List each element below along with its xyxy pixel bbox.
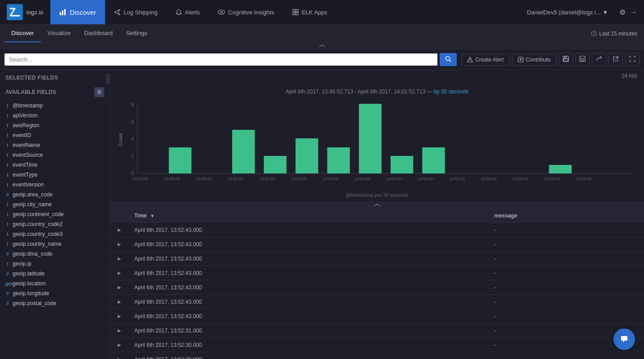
fullscreen-button[interactable] — [625, 53, 640, 66]
hits-count: 24 hits — [622, 73, 637, 79]
available-fields-header: Available Fields — [0, 84, 110, 101]
sidebar-field-item[interactable]: #geoip.postal_code — [0, 298, 110, 308]
bell-icon — [176, 9, 182, 15]
expand-row-button[interactable]: ▶ — [115, 270, 124, 276]
sidebar-collapse-button[interactable]: ◀ — [106, 75, 110, 84]
tab-settings[interactable]: Settings — [119, 25, 154, 42]
svg-text:13:49:00: 13:49:00 — [196, 177, 212, 181]
svg-text:13:54:00: 13:54:00 — [354, 177, 370, 181]
chat-icon — [619, 334, 629, 344]
table-cell-expand: ▶ — [110, 223, 129, 237]
expand-row-button[interactable]: ▶ — [115, 341, 124, 348]
sidebar-field-item[interactable]: tgeoip.country_name — [0, 239, 110, 249]
table-cell-message: - — [489, 352, 644, 359]
svg-rect-9 — [296, 13, 298, 15]
create-alert-button[interactable]: Create Alert — [461, 54, 509, 66]
sidebar-field-item[interactable]: #geoip.dma_code — [0, 249, 110, 259]
sidebar-field-item[interactable]: tapiVersion — [0, 111, 110, 120]
clock-icon — [591, 31, 597, 36]
sidebar-field-item[interactable]: tgeoip.continent_code — [0, 209, 110, 219]
svg-rect-35 — [327, 147, 350, 173]
tab-discover[interactable]: Discover — [4, 25, 41, 42]
collapse-arrow-button[interactable] — [0, 43, 644, 49]
sub-navigation: Discover Visualize Dashboard Settings La… — [0, 25, 644, 43]
sidebar-field-item[interactable]: #geoip.area_code — [0, 190, 110, 199]
sidebar-field-item[interactable]: teventType — [0, 170, 110, 180]
expand-row-button[interactable]: ▶ — [115, 226, 124, 233]
nav-item-cognitive-insights[interactable]: Cognitive Insights — [209, 0, 283, 24]
nav-item-log-shipping[interactable]: Log Shipping — [105, 0, 167, 24]
by-30-seconds-link[interactable]: by 30 seconds — [434, 89, 468, 95]
create-alert-label: Create Alert — [475, 57, 503, 63]
sidebar-field-item[interactable]: tgeoip.country_code2 — [0, 219, 110, 229]
table-cell-message: - — [489, 280, 644, 295]
nav-item-alerts[interactable]: Alerts — [167, 0, 209, 24]
field-name-label: geoip.country_code3 — [13, 231, 62, 237]
svg-text:2: 2 — [131, 153, 134, 159]
field-type-icon: t — [5, 153, 10, 158]
logout-button[interactable]: → — [630, 8, 637, 16]
field-type-icon: t — [5, 133, 10, 138]
expand-row-button[interactable]: ▶ — [115, 241, 124, 248]
user-menu[interactable]: DanielDev5 (daniel@logz.i... ▼ — [527, 9, 608, 16]
svg-rect-3 — [64, 9, 66, 15]
share-button[interactable] — [592, 53, 606, 66]
expand-row-button[interactable]: ▶ — [115, 255, 124, 262]
table-cell-expand: ▶ — [110, 324, 129, 338]
tab-visualize-label: Visualize — [48, 30, 71, 36]
expand-row-button[interactable]: ▶ — [115, 356, 124, 359]
sidebar-field-item[interactable]: teventVersion — [0, 180, 110, 190]
sidebar-field-item[interactable]: geogeoip.location — [0, 279, 110, 288]
tab-visualize[interactable]: Visualize — [41, 25, 78, 42]
sidebar-field-item[interactable]: teventName — [0, 140, 110, 150]
search-button[interactable] — [440, 53, 457, 66]
chevron-up-icon-chart — [374, 203, 381, 207]
table-header-time[interactable]: Time ▼ — [129, 209, 489, 223]
table-cell-message: - — [489, 223, 644, 237]
time-range-display[interactable]: Last 15 minutes — [591, 31, 644, 37]
nav-item-elk-apps[interactable]: ELK Apps — [283, 0, 336, 24]
available-fields-gear-button[interactable] — [94, 87, 104, 97]
sidebar-field-item[interactable]: t@timestamp — [0, 101, 110, 111]
expand-row-button[interactable]: ▶ — [115, 313, 124, 319]
field-type-icon: t — [5, 232, 10, 237]
expand-row-button[interactable]: ▶ — [115, 298, 124, 305]
svg-rect-39 — [549, 165, 571, 173]
expand-row-button[interactable]: ▶ — [115, 327, 124, 334]
sidebar-field-item[interactable]: teventTime — [0, 160, 110, 170]
collapse-chart-button[interactable] — [110, 201, 644, 209]
sidebar-field-item[interactable]: tawsRegion — [0, 120, 110, 130]
kibana-tab[interactable]: Discover — [50, 0, 105, 24]
sidebar-field-item[interactable]: teventID — [0, 130, 110, 140]
svg-text:14:00:00: 14:00:00 — [544, 177, 560, 181]
search-input[interactable] — [4, 53, 437, 66]
table-cell-time: April 6th 2017, 13:52:43.000 — [129, 252, 489, 266]
external-link-button[interactable] — [609, 53, 623, 66]
settings-button[interactable]: ⚙ — [619, 8, 626, 17]
sidebar-field-item[interactable]: tgeoip.city_name — [0, 199, 110, 209]
field-name-label: geoip.area_code — [13, 191, 53, 198]
sidebar-field-item[interactable]: #geoip.latitude — [0, 269, 110, 279]
save-button[interactable] — [559, 53, 573, 66]
tab-dashboard[interactable]: Dashboard — [77, 25, 119, 42]
logo-text: logz.io — [26, 9, 44, 16]
sidebar-field-item[interactable]: tgeoip.ip — [0, 259, 110, 269]
time-range-label: Last 15 minutes — [599, 31, 637, 37]
svg-text:4: 4 — [131, 136, 134, 142]
load-button[interactable] — [575, 53, 590, 66]
contribute-button[interactable]: Contribute — [512, 54, 556, 66]
sidebar-field-item[interactable]: tgeoip.country_code3 — [0, 229, 110, 239]
svg-rect-8 — [293, 13, 295, 15]
svg-rect-38 — [422, 147, 445, 173]
sidebar-field-item[interactable]: #geoip.longitude — [0, 288, 110, 298]
table-cell-time: April 6th 2017, 13:52:43.000 — [129, 266, 489, 280]
nav-item-log-shipping-label: Log Shipping — [124, 9, 158, 16]
svg-rect-7 — [296, 9, 298, 12]
table-header-message: message — [489, 209, 644, 223]
logo-area[interactable]: logz.io — [0, 0, 50, 24]
eye-icon — [218, 9, 225, 15]
sidebar-field-item[interactable]: teventSource — [0, 150, 110, 160]
table-cell-message: - — [489, 252, 644, 266]
expand-row-button[interactable]: ▶ — [115, 284, 124, 291]
chat-bubble-button[interactable] — [613, 328, 635, 350]
